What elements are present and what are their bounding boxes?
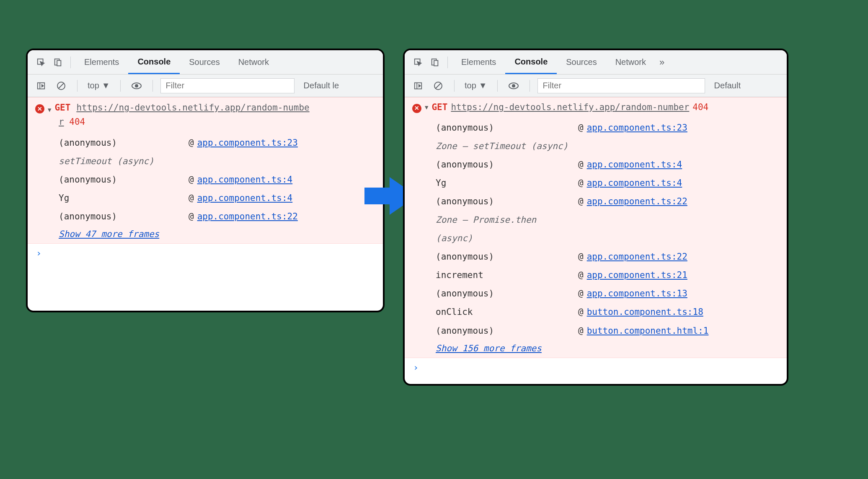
chevron-down-icon: ▼	[102, 81, 110, 90]
source-link[interactable]: button.component.html:1	[587, 322, 709, 340]
console-sidebar-toggle-icon[interactable]	[410, 77, 426, 94]
tab-elements[interactable]: Elements	[452, 50, 505, 74]
disclosure-triangle-icon[interactable]: ▼	[48, 105, 51, 114]
error-url[interactable]: https://ng-devtools.netlify.app/random-n…	[451, 101, 689, 114]
console-messages: ✕▼GET https://ng-devtools.netlify.app/ra…	[28, 97, 383, 263]
clear-console-icon[interactable]	[53, 77, 70, 94]
tabs-overflow-icon[interactable]: »	[655, 57, 669, 68]
error-url[interactable]: https://ng-devtools.netlify.app/random-n…	[76, 101, 309, 115]
source-link[interactable]: app.component.ts:4	[197, 189, 293, 207]
stack-frame: (anonymous)@app.component.ts:23	[436, 118, 779, 137]
console-messages: ✕ ▼ GET https://ng-devtools.netlify.app/…	[405, 97, 787, 377]
error-icon: ✕	[35, 104, 44, 113]
tab-network[interactable]: Network	[229, 50, 278, 74]
inspect-icon[interactable]	[33, 54, 49, 71]
console-prompt[interactable]: ›	[28, 244, 383, 263]
stack-frame: (anonymous)@app.component.ts:22	[436, 192, 779, 211]
inspect-icon[interactable]	[410, 54, 426, 71]
error-icon: ✕	[412, 104, 421, 113]
source-link[interactable]: app.component.ts:22	[587, 247, 687, 266]
at-symbol: @	[189, 207, 194, 226]
async-boundary: Zone – setTimeout (async)	[436, 137, 779, 155]
divider	[454, 80, 455, 92]
filter-input[interactable]	[537, 78, 705, 93]
log-levels[interactable]: Default	[708, 81, 741, 90]
show-more-frames[interactable]: Show 156 more frames	[436, 343, 779, 353]
svg-rect-13	[434, 60, 438, 66]
error-message: ✕▼GET https://ng-devtools.netlify.app/ra…	[28, 97, 383, 244]
stack-frame: increment@app.component.ts:21	[436, 266, 779, 284]
source-link[interactable]: app.component.ts:21	[587, 266, 687, 284]
console-prompt[interactable]: ›	[405, 358, 787, 377]
source-link[interactable]: app.component.ts:4	[197, 170, 293, 189]
context-selector[interactable]: top ▼	[462, 81, 490, 90]
stack-trace: (anonymous)@app.component.ts:23Zone – se…	[436, 118, 779, 340]
divider	[447, 57, 448, 68]
at-symbol: @	[578, 155, 584, 174]
stack-frame: (anonymous)@app.component.ts:22	[59, 207, 375, 226]
frame-function: (anonymous)	[59, 207, 189, 226]
http-method: GET	[431, 101, 447, 114]
device-toggle-icon[interactable]	[426, 54, 443, 71]
at-symbol: @	[578, 303, 584, 321]
live-expression-icon[interactable]	[505, 77, 522, 94]
devtools-panel-after: Elements Console Sources Network » top ▼…	[403, 49, 788, 386]
stack-trace: (anonymous)@app.component.ts:23setTimeou…	[59, 134, 375, 226]
devtools-panel-before: Elements Console Sources Network top ▼ D…	[26, 49, 385, 312]
stack-frame: (anonymous)@app.component.ts:4	[436, 155, 779, 174]
source-link[interactable]: app.component.ts:4	[587, 155, 682, 174]
source-link[interactable]: app.component.ts:13	[587, 284, 687, 303]
divider	[152, 80, 153, 92]
context-label: top	[88, 81, 99, 90]
frame-function: (anonymous)	[59, 134, 189, 152]
tab-elements[interactable]: Elements	[75, 50, 128, 74]
tab-network[interactable]: Network	[606, 50, 655, 74]
http-status: 404	[692, 101, 708, 114]
source-link[interactable]: app.component.ts:23	[197, 134, 298, 152]
http-method: GET	[54, 101, 70, 115]
tab-console[interactable]: Console	[128, 50, 180, 74]
frame-function: (anonymous)	[59, 170, 189, 189]
tab-sources[interactable]: Sources	[557, 50, 606, 74]
stack-frame: (anonymous)@app.component.ts:22	[436, 247, 779, 266]
console-toolbar: top ▼ Default le	[28, 75, 383, 97]
at-symbol: @	[189, 189, 194, 207]
tab-console[interactable]: Console	[505, 50, 557, 74]
disclosure-triangle-icon[interactable]: ▼	[425, 103, 428, 112]
source-link[interactable]: app.component.ts:23	[587, 118, 687, 137]
stack-frame: Yg@app.component.ts:4	[436, 174, 779, 192]
async-boundary: Zone – Promise.then (async)	[436, 211, 779, 247]
filter-input[interactable]	[160, 78, 294, 93]
frame-function: onClick	[436, 303, 578, 321]
log-levels[interactable]: Default le	[298, 81, 339, 90]
tab-sources[interactable]: Sources	[180, 50, 229, 74]
live-expression-icon[interactable]	[128, 77, 145, 94]
svg-rect-2	[57, 60, 61, 66]
source-link[interactable]: app.component.ts:22	[587, 192, 687, 211]
console-sidebar-toggle-icon[interactable]	[33, 77, 49, 94]
source-link[interactable]: app.component.ts:22	[197, 207, 298, 226]
at-symbol: @	[578, 266, 584, 284]
devtools-tabbar: Elements Console Sources Network »	[405, 50, 787, 75]
stack-frame: (anonymous)@button.component.html:1	[436, 322, 779, 340]
console-toolbar: top ▼ Default	[405, 75, 787, 97]
at-symbol: @	[578, 118, 584, 137]
frame-function: Yg	[436, 174, 578, 192]
stack-frame: (anonymous)@app.component.ts:13	[436, 284, 779, 303]
divider	[70, 57, 71, 68]
at-symbol: @	[189, 170, 194, 189]
svg-line-18	[436, 83, 441, 88]
svg-marker-16	[419, 85, 421, 87]
context-selector[interactable]: top ▼	[85, 81, 113, 90]
source-link[interactable]: button.component.ts:18	[587, 303, 703, 321]
chevron-down-icon: ▼	[479, 81, 487, 90]
clear-console-icon[interactable]	[430, 77, 447, 94]
frame-function: Zone – setTimeout (async)	[436, 137, 578, 155]
divider	[530, 80, 530, 92]
source-link[interactable]: app.component.ts:4	[587, 174, 682, 192]
show-more-frames[interactable]: Show 47 more frames	[59, 229, 375, 239]
device-toggle-icon[interactable]	[49, 54, 66, 71]
frame-function: (anonymous)	[436, 155, 578, 174]
frame-function: (anonymous)	[436, 284, 578, 303]
error-url-tail[interactable]: r	[59, 117, 64, 127]
